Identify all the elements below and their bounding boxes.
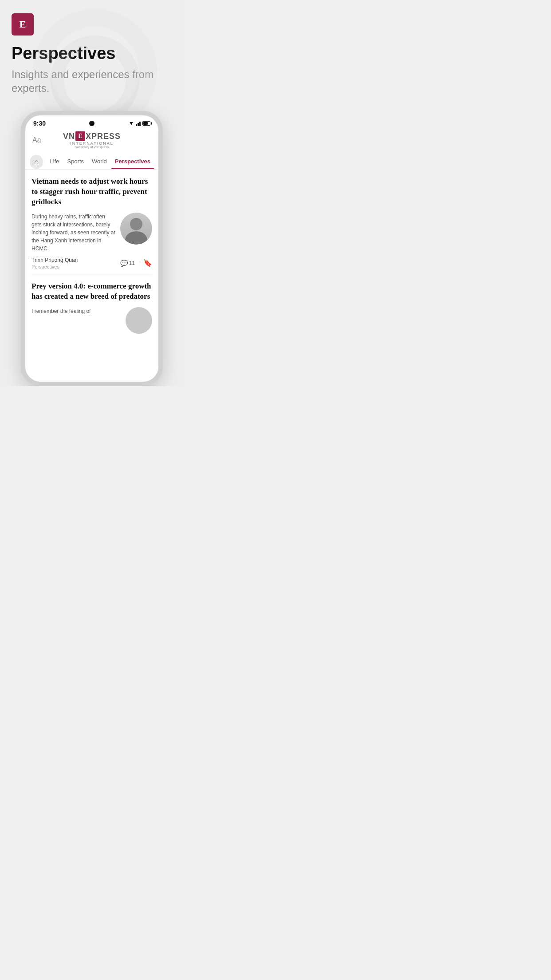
logo-international: INTERNATIONAL [70, 141, 113, 146]
nav-tabs: ⌂ Life Sports World Perspectives [25, 152, 158, 170]
tab-life[interactable]: Life [47, 155, 63, 169]
battery-icon [142, 121, 150, 126]
status-bar: 9:30 ▼ [25, 115, 158, 130]
phone-mockup: 9:30 ▼ [12, 111, 172, 386]
app-header: Aa VN E XPRESS INTERNATIONAL Subsidiary … [25, 130, 158, 152]
page-background: E Perspectives Insights and experiences … [0, 0, 184, 386]
status-icons: ▼ [129, 120, 150, 126]
tab-perspectives[interactable]: Perspectives [111, 155, 154, 169]
phone-frame: 9:30 ▼ [21, 111, 163, 386]
article-title: Prey version 4.0: e-commerce growth has … [31, 281, 152, 302]
author-avatar [126, 307, 152, 334]
articles-list: Vietnam needs to adjust work hours to st… [25, 170, 158, 339]
author-name: Trinh Phuong Quan [31, 257, 78, 263]
article-item[interactable]: Prey version 4.0: e-commerce growth has … [31, 275, 152, 339]
bookmark-button[interactable]: 🔖 [143, 259, 152, 267]
tab-world[interactable]: World [88, 155, 110, 169]
comment-icon: 💬 [120, 260, 128, 267]
comment-count[interactable]: 💬 11 [120, 260, 135, 267]
article-item[interactable]: Vietnam needs to adjust work hours to st… [31, 170, 152, 275]
signal-icon [136, 121, 141, 126]
logo-e-box: E [75, 131, 85, 141]
article-title: Vietnam needs to adjust work hours to st… [31, 177, 152, 207]
logo-letter: E [20, 19, 26, 30]
logo-text-row: VN E XPRESS [63, 131, 121, 141]
article-meta: Trinh Phuong Quan Perspectives 💬 11 | 🔖 [31, 257, 152, 269]
logo-box: E [12, 13, 34, 36]
meta-right: 💬 11 | 🔖 [120, 259, 152, 267]
author-avatar [120, 213, 152, 245]
article-category: Perspectives [31, 264, 78, 269]
phone-screen: 9:30 ▼ [25, 115, 158, 382]
article-body: During heavy rains, traffic often gets s… [31, 213, 152, 253]
tab-sports[interactable]: Sports [63, 155, 87, 169]
meta-left: Trinh Phuong Quan Perspectives [31, 257, 78, 269]
status-time: 9:30 [33, 120, 46, 127]
article-body: I remember the feeling of [31, 307, 152, 334]
logo-e-letter: E [78, 133, 82, 140]
wifi-icon: ▼ [129, 120, 134, 126]
logo-subsidiary: Subsidiary of VnExpress [75, 146, 109, 149]
app-logo: VN E XPRESS INTERNATIONAL Subsidiary of … [63, 131, 121, 149]
font-size-button[interactable]: Aa [32, 136, 41, 144]
logo-vn: VN [63, 132, 75, 141]
article-excerpt: During heavy rains, traffic often gets s… [31, 213, 116, 253]
camera-notch [89, 121, 94, 126]
home-tab[interactable]: ⌂ [30, 155, 43, 169]
logo-xpress: XPRESS [86, 132, 121, 141]
divider: | [138, 260, 140, 266]
home-icon: ⌂ [34, 158, 39, 166]
comment-number: 11 [129, 260, 135, 266]
article-excerpt: I remember the feeling of [31, 307, 121, 315]
